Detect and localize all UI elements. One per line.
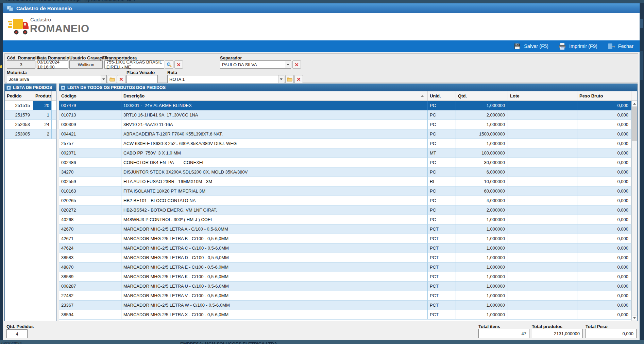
- cell-descricao: M48WRJ3-P CONTROL. 300º ( HM-J ) COEL: [121, 215, 428, 224]
- cell-peso-bruto: 0,000: [577, 215, 631, 224]
- rota-value: ROTA 1: [169, 77, 185, 82]
- pedido-row[interactable]: 2515791: [5, 110, 56, 120]
- cell-unid: PC: [428, 186, 456, 196]
- produtos-vertical-scrollbar[interactable]: [631, 101, 637, 321]
- product-row[interactable]: 007479100/201 - 24V ALARME BLINDEXPC1,00…: [59, 101, 631, 110]
- cell-produtos[interactable]: 20: [33, 101, 52, 110]
- rota-dropdown-button[interactable]: [278, 75, 284, 83]
- column-header-codigo[interactable]: Código: [59, 91, 121, 101]
- product-row[interactable]: 40268M48WRJ3-P CONTROL. 300º ( HM-J ) CO…: [59, 215, 631, 224]
- cell-peso-bruto: 0,000: [577, 196, 631, 205]
- product-row[interactable]: 002559FITA AUTO FUSAO 23BR - 19MMX10M - …: [59, 177, 631, 186]
- motorista-dropdown-button[interactable]: [101, 75, 106, 83]
- product-row[interactable]: 0107133RT10 16-1HB41 9A 17..30VCC 1NAPC2…: [59, 110, 631, 120]
- pedido-row[interactable]: 2530052: [5, 129, 56, 139]
- pedidos-table-body: 251515202515791252053242530052: [5, 101, 56, 139]
- cell-qtd: 2,000000: [456, 110, 508, 120]
- cell-descricao: MARCADOR MHG-2/5 LETRA C - C/100 - 0,5-6…: [121, 243, 428, 253]
- product-row[interactable]: 008287MARCADOR MHG-2/5 LETRA U - C/100 -…: [59, 282, 631, 291]
- product-row[interactable]: 020272HB2-BS542 - BOTAO EMERG. VM 1NF GI…: [59, 205, 631, 215]
- product-row[interactable]: 42670MARCADOR MHG-2/5 LETRA A - C/100 - …: [59, 224, 631, 234]
- product-row[interactable]: 38594MARCADOR MHG-2/5 LETRA X - C/100 - …: [59, 310, 631, 320]
- cell-qtd: 1,000000: [456, 234, 508, 243]
- scrollbar-thumb[interactable]: [632, 107, 637, 141]
- separador-combobox[interactable]: PAULO DA SILVA: [220, 60, 291, 69]
- product-row[interactable]: 004421ABRACADEIRA T-120R F7040 K55L398X7…: [59, 129, 631, 139]
- cell-lote: [508, 139, 577, 148]
- scroll-up-button[interactable]: [632, 101, 637, 107]
- total-peso-label: Total Peso: [586, 324, 608, 329]
- cell-pedido[interactable]: 253005: [5, 129, 33, 139]
- separador-clear-button[interactable]: ✕: [292, 60, 301, 69]
- chevron-down-icon: [280, 78, 283, 80]
- column-header-lote[interactable]: Lote: [508, 91, 577, 101]
- cod-romaneio-field: 3: [7, 60, 35, 69]
- rota-clear-button[interactable]: ✕: [294, 75, 303, 83]
- folder-icon: [287, 77, 292, 82]
- cell-produtos[interactable]: 1: [33, 110, 52, 120]
- product-row[interactable]: 34270DISJUNTOR STECK 3X200A SDLS200 CX. …: [59, 167, 631, 177]
- window-titlebar[interactable]: Cadastro de Romaneio: [3, 3, 640, 13]
- cell-pedido[interactable]: 252053: [5, 120, 33, 129]
- column-header-descricao-label: Descrição: [123, 93, 145, 98]
- motorista-clear-button[interactable]: ✕: [117, 75, 125, 83]
- rota-combobox[interactable]: ROTA 1: [167, 75, 284, 83]
- product-row[interactable]: 47624MARCADOR MHG-2/5 LETRA C - C/100 - …: [59, 243, 631, 253]
- motorista-folder-button[interactable]: [108, 75, 116, 83]
- product-row[interactable]: 38583MARCADOR MHG-2/5 LETRA D - C/100 - …: [59, 253, 631, 262]
- cell-produtos[interactable]: 2: [33, 129, 52, 139]
- motorista-combobox[interactable]: José Silva: [7, 75, 107, 83]
- cell-unid: MT: [428, 148, 456, 158]
- motorista-value: José Silva: [9, 77, 29, 82]
- close-button[interactable]: Fechar: [608, 43, 633, 50]
- arrow-up-icon: [633, 103, 636, 105]
- column-header-pedido[interactable]: Pedido: [5, 91, 33, 101]
- rota-folder-button[interactable]: [285, 75, 294, 83]
- transportadora-field[interactable]: 755-1001 CARGAS BRASIL EIRELI - ME: [104, 60, 164, 69]
- cell-lote: [508, 234, 577, 243]
- save-button[interactable]: Salvar (F5): [514, 43, 548, 50]
- cell-qtd: 1,000000: [456, 101, 508, 110]
- column-header-descricao[interactable]: Descrição: [121, 91, 428, 101]
- product-row[interactable]: 48870MARCADOR MHG-2/5 LETRA E - C/100 - …: [59, 262, 631, 272]
- pedido-row[interactable]: 25151520: [5, 101, 56, 110]
- product-row[interactable]: 25757ACW 630H-ETS630-3 252.. 630A 85KA/3…: [59, 139, 631, 148]
- cell-pedido[interactable]: 251515: [5, 101, 33, 110]
- cell-pedido[interactable]: 251579: [5, 110, 33, 120]
- cell-unid: PC: [428, 129, 456, 139]
- column-header-qtd[interactable]: Qtd.: [456, 91, 508, 101]
- transportadora-clear-button[interactable]: ✕: [174, 60, 183, 69]
- cell-descricao: MARCADOR MHG-2/5 LETRA E - C/100 - 0,5-6…: [121, 262, 428, 272]
- product-row[interactable]: 002071CABO PP 750V 3 X 1,0 MMMT100,00000…: [59, 148, 631, 158]
- product-row[interactable]: 020265HB2-BE101 - BLOCO CONTATO NAPC4,00…: [59, 196, 631, 205]
- product-row[interactable]: 42671MARCADOR MHG-2/5 LETRA B - C/100 - …: [59, 234, 631, 243]
- column-header-unid[interactable]: Unid.: [428, 91, 456, 101]
- cell-peso-bruto: 0,000: [577, 177, 631, 186]
- product-row[interactable]: 002486CONECTOR DK4 EN PA CONEXELPC30,000…: [59, 158, 631, 167]
- cell-descricao: 100/201 - 24V ALARME BLINDEX: [121, 101, 428, 110]
- column-header-peso-bruto[interactable]: Peso Bruto: [577, 91, 631, 101]
- cell-lote: [508, 301, 577, 310]
- product-row[interactable]: 0003093RV10 21-4AA10 11-16APC1,0000000,0…: [59, 120, 631, 129]
- transportadora-search-button[interactable]: [165, 60, 173, 69]
- cell-unid: PC: [428, 167, 456, 177]
- product-row[interactable]: 23367MARCADOR MHG-2/5 LETRA W - C/100 - …: [59, 301, 631, 310]
- column-header-produtos[interactable]: Produtos: [33, 91, 52, 101]
- cell-produtos[interactable]: 24: [33, 120, 52, 129]
- cell-peso-bruto: 0,000: [577, 158, 631, 167]
- placa-veiculo-field[interactable]: [126, 75, 158, 83]
- cell-peso-bruto: 0,000: [577, 167, 631, 177]
- product-row[interactable]: 27482MARCADOR MHG-2/5 LETRA V - C/100 - …: [59, 291, 631, 301]
- data-romaneio-field[interactable]: 03/10/2024 10:16:00: [37, 60, 68, 69]
- separador-dropdown-button[interactable]: [285, 61, 291, 68]
- product-row[interactable]: 38589MARCADOR MHG-2/5 LETRA K - C/100 - …: [59, 272, 631, 282]
- sort-ascending-icon: [421, 95, 424, 97]
- parent-window-titlebar: Gerenciador de Romaneio de Carga - Syste…: [0, 0, 644, 3]
- cell-codigo: 27482: [59, 291, 121, 300]
- cell-codigo: 38594: [59, 310, 121, 319]
- parent-window-statusbar: 03/10/2024 EMPRESA: MCM SOLUCOES ELETRIC…: [0, 340, 644, 344]
- print-button[interactable]: Imprimir (F9): [559, 43, 597, 50]
- product-row[interactable]: 010163FITA ISOLANTE 18X20 PT IMPERIAL 3M…: [59, 186, 631, 196]
- pedido-row[interactable]: 25205324: [5, 120, 56, 129]
- scroll-down-button[interactable]: [632, 315, 637, 321]
